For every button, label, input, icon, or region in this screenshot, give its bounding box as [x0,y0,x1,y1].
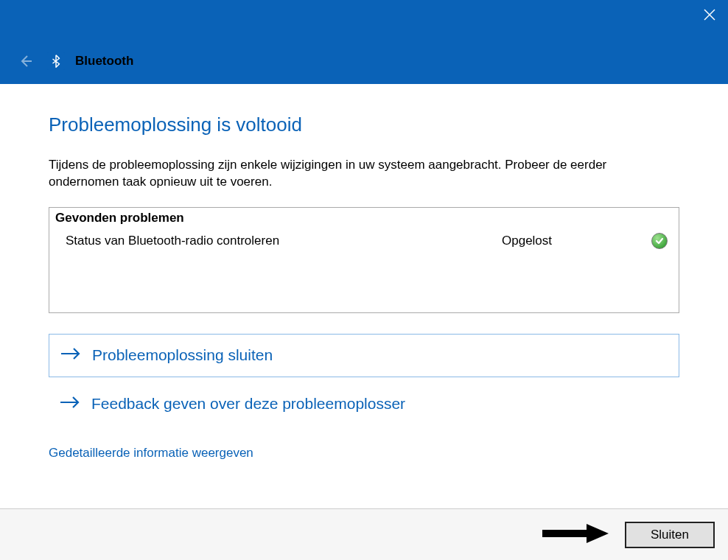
bluetooth-icon [47,52,65,70]
problems-header: Gevonden problemen [49,208,679,228]
content-area: Probleemoplossing is voltooid Tijdens de… [0,84,728,461]
back-arrow-icon[interactable] [15,50,37,72]
close-button[interactable]: Sluiten [625,522,715,548]
problem-row: Status van Bluetooth-radio controleren O… [49,228,679,253]
problem-status: Opgelost [502,234,649,248]
problems-box: Gevonden problemen Status van Bluetooth-… [49,207,679,313]
pointer-arrow-icon [541,522,612,547]
header-bar: Bluetooth [0,38,728,84]
page-heading: Probleemoplossing is voltooid [49,113,679,136]
svg-marker-3 [587,524,609,543]
detailed-info-link[interactable]: Gedetailleerde informatie weergeven [49,446,253,461]
problem-name: Status van Bluetooth-radio controleren [66,234,502,248]
close-troubleshooter-link[interactable]: Probleemoplossing sluiten [49,334,679,377]
footer-bar: Sluiten [0,508,728,560]
checkmark-icon [649,233,670,249]
action-label: Feedback geven over deze probleemoplosse… [91,395,405,413]
titlebar [0,0,728,38]
give-feedback-link[interactable]: Feedback geven over deze probleemoplosse… [49,383,679,425]
page-description: Tijdens de probleemoplossing zijn enkele… [49,157,679,191]
header-title: Bluetooth [75,54,133,69]
action-label: Probleemoplossing sluiten [92,346,273,364]
arrow-right-icon [60,346,82,365]
arrow-right-icon [59,395,81,413]
close-icon[interactable] [691,0,728,29]
svg-rect-2 [542,530,589,537]
